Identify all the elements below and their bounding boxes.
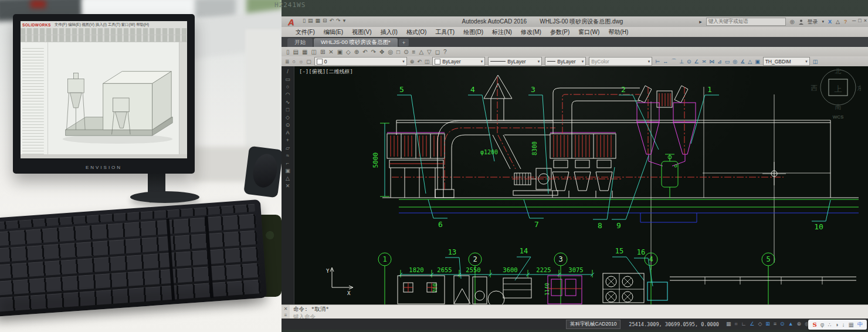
zoom-window-icon[interactable]: □ xyxy=(396,49,400,55)
freeze-icon[interactable]: ☼ xyxy=(299,59,303,65)
help-icon[interactable]: ? xyxy=(844,19,847,25)
donut-icon[interactable]: ⊙ xyxy=(286,122,290,128)
polygon-icon[interactable]: ◇ xyxy=(286,114,290,120)
spline-icon[interactable]: ∿ xyxy=(286,99,290,105)
bulb-icon[interactable]: ○ xyxy=(293,59,296,65)
maximize-button[interactable]: □ xyxy=(858,18,861,23)
plugin-button[interactable]: 英科宇机械CAD2010 xyxy=(566,320,621,329)
dim-ordinate-icon[interactable]: ⊥ xyxy=(679,59,684,65)
dim-angular-icon[interactable]: ∠ xyxy=(694,59,699,65)
point-icon[interactable]: + xyxy=(286,137,289,143)
titlebar[interactable]: A ▯▤▦⊟↶↷▾ Autodesk AutoCAD 2016WHLJS-00 … xyxy=(282,16,868,27)
grid-toggle-icon[interactable]: ▦ xyxy=(726,321,731,327)
workspace-gear-icon[interactable]: ⊕ xyxy=(797,321,802,327)
help-search-input[interactable]: 键入关键字或短语 xyxy=(706,18,786,26)
exchange-apps-icon[interactable]: X xyxy=(828,19,832,25)
menu-tools[interactable]: 工具(T) xyxy=(435,28,455,36)
redo-icon[interactable]: ↷ xyxy=(371,49,376,55)
minimize-button[interactable]: ─ xyxy=(852,18,856,23)
ime-skin-icon[interactable]: ◑ xyxy=(835,321,839,328)
solidworks-menubar[interactable]: 文件(F) 编辑(E) 视图(V) 插入(I) 工具(T) 窗口(W) 帮助(H… xyxy=(55,22,149,28)
menu-window[interactable]: 窗口(W) xyxy=(578,28,599,36)
zoom-icon[interactable]: ◎ xyxy=(388,49,393,55)
dim-linear-icon[interactable]: ⊢ xyxy=(655,59,660,65)
ortho-toggle-icon[interactable]: ∟ xyxy=(741,321,746,327)
prev-layer-icon[interactable]: ↶ xyxy=(417,59,422,65)
hatch-icon[interactable]: ▱ xyxy=(286,145,290,151)
osnap-toggle-icon[interactable]: ⊞ xyxy=(765,321,770,327)
menu-view[interactable]: 视图(V) xyxy=(352,28,371,36)
polar-toggle-icon[interactable]: ∠ xyxy=(750,321,754,327)
isodraft-toggle-icon[interactable]: ◇ xyxy=(758,321,762,327)
dim-update-icon[interactable]: ▣ xyxy=(755,59,760,65)
dim-radius-icon[interactable]: ⊙ xyxy=(687,59,691,65)
collapse-arrow-icon[interactable]: ▸ xyxy=(699,19,702,25)
menu-modify[interactable]: 修改(M) xyxy=(521,28,541,36)
block-icon[interactable]: ▣ xyxy=(285,168,290,174)
circle-icon[interactable]: ○ xyxy=(286,84,289,90)
properties-icon[interactable]: ≡ xyxy=(412,49,416,55)
dim-leader-icon[interactable]: ⊿ xyxy=(717,59,722,65)
revision-cloud-icon[interactable]: ≈ xyxy=(286,153,289,158)
construction-line-icon[interactable]: ⌐ xyxy=(286,160,289,166)
drawing-canvas[interactable]: /▭○◠∿□◇⊙A+▱≈⌐▣△✕ [-][俯视][二维线框] xyxy=(282,66,868,304)
ime-lang-toggle[interactable]: 中 xyxy=(857,321,863,328)
close-button[interactable]: × xyxy=(864,18,867,23)
linetype-combo[interactable]: ByLayer▾ xyxy=(488,57,542,66)
lineweight-combo[interactable]: ByLayer▾ xyxy=(545,57,586,66)
open-icon[interactable]: ▤ xyxy=(293,49,299,55)
sogou-logo-icon[interactable]: S xyxy=(812,321,816,328)
solidworks-toolbar-row1[interactable] xyxy=(21,28,187,35)
menu-format[interactable]: 格式(O) xyxy=(406,28,426,36)
ime-keyboard-icon[interactable]: ▦ xyxy=(849,321,854,328)
ime-menu-icon[interactable]: ∴ xyxy=(828,321,831,328)
zoom-previous-icon[interactable]: ⊙ xyxy=(404,49,408,55)
dim-edit-icon[interactable]: ∡ xyxy=(740,59,745,65)
make-layer-icon[interactable]: ⊕ xyxy=(410,59,415,65)
new-icon[interactable]: ▯ xyxy=(286,49,290,55)
menu-help[interactable]: 帮助(H) xyxy=(608,28,628,36)
menu-insert[interactable]: 插入(I) xyxy=(380,28,397,36)
tab-drawing[interactable]: WHLJS-00 喷砂房设备总图* xyxy=(314,38,398,47)
wedge-icon[interactable]: △ xyxy=(286,175,290,181)
copy-icon[interactable]: ▣ xyxy=(337,49,343,55)
menu-file[interactable]: 文件(F) xyxy=(296,28,315,36)
search-binoculars-icon[interactable]: ◎ xyxy=(790,19,795,25)
text-icon[interactable]: A xyxy=(286,130,289,135)
sheetset-icon[interactable]: ◻ xyxy=(435,49,440,55)
ime-phonetic-icon[interactable]: φ xyxy=(820,321,824,328)
feature-tree-panel[interactable] xyxy=(21,42,48,154)
arc-icon[interactable]: ◠ xyxy=(286,92,290,97)
match-props-icon[interactable]: ⊕ xyxy=(354,49,359,55)
dim-continue-icon[interactable]: ⋈ xyxy=(709,59,714,65)
dimstyle-manager-icon[interactable]: ◫ xyxy=(813,59,818,65)
layer-props-icon[interactable]: ≣ xyxy=(285,59,290,65)
cut-icon[interactable]: ✕ xyxy=(328,49,333,55)
sign-in-button[interactable]: 登录 xyxy=(808,18,818,26)
pan-icon[interactable]: ✥ xyxy=(379,49,384,55)
save-icon[interactable]: ▦ xyxy=(302,49,307,55)
help-icon[interactable]: ? xyxy=(443,49,447,55)
solidworks-toolbar-row2[interactable] xyxy=(21,35,187,42)
dim-tolerance-icon[interactable]: ▭ xyxy=(725,59,730,65)
command-line[interactable]: 命令: *取消* 键入命令 xyxy=(290,305,868,319)
dim-arc-icon[interactable]: ⌒ xyxy=(671,57,676,65)
tab-start[interactable]: 开始 xyxy=(287,38,313,47)
plotstyle-combo[interactable]: ByColor▾ xyxy=(589,57,652,66)
dim-text-edit-icon[interactable]: △ xyxy=(748,59,752,65)
preview-icon[interactable]: ⊞ xyxy=(320,49,325,55)
lock-icon[interactable]: ▢ xyxy=(306,59,311,65)
menu-dimension[interactable]: 标注(N) xyxy=(492,28,512,36)
solidworks-viewport[interactable] xyxy=(48,42,179,154)
snap-toggle-icon[interactable]: ⌗ xyxy=(734,321,737,327)
layer-states-icon[interactable]: ◫ xyxy=(425,59,430,65)
menu-edit[interactable]: 编辑(E) xyxy=(324,28,343,36)
toolpalette-icon[interactable]: ▽ xyxy=(427,49,432,55)
new-tab-button[interactable]: + xyxy=(399,39,409,46)
paste-icon[interactable]: ◇ xyxy=(346,49,351,55)
lineweight-toggle-icon[interactable]: ⊙ xyxy=(780,321,785,327)
input-method-bar[interactable]: S φ ∴ ◑ ↓ ▦ 中 xyxy=(808,320,867,330)
rectangle-icon[interactable]: □ xyxy=(286,107,289,113)
polyline-icon[interactable]: ▭ xyxy=(285,76,290,82)
designcenter-icon[interactable]: △ xyxy=(419,49,423,55)
